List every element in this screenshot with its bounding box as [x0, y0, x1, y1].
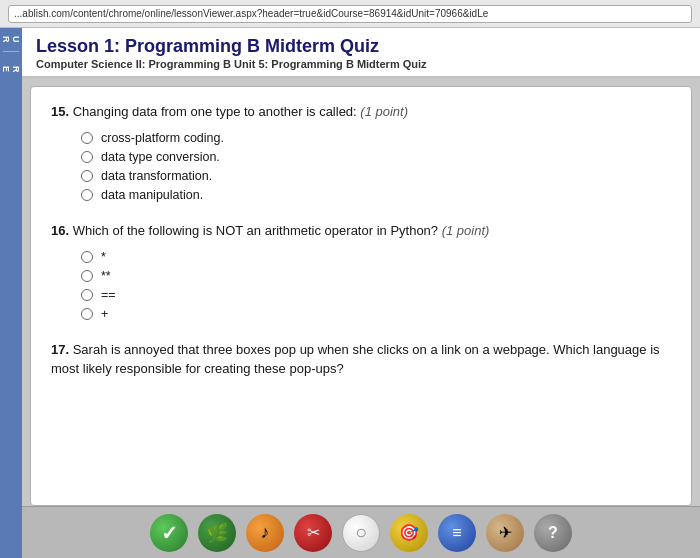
q15-option-4-label: data manipulation.: [101, 188, 203, 202]
bottom-toolbar: ✓ 🌿 ♪ ✂ ○ 🎯 ≡ ✈ ?: [22, 506, 700, 558]
q15-option-2[interactable]: data type conversion.: [81, 150, 671, 164]
q15-radio-2[interactable]: [81, 151, 93, 163]
q16-option-3-label: ==: [101, 288, 116, 302]
q17-number: 17.: [51, 342, 69, 357]
question-16: 16. Which of the following is NOT an ari…: [51, 222, 671, 321]
q15-option-1[interactable]: cross-platform coding.: [81, 131, 671, 145]
main-area: Lesson 1: Programming B Midterm Quiz Com…: [22, 28, 700, 558]
q15-option-3[interactable]: data transformation.: [81, 169, 671, 183]
circle-button[interactable]: ○: [342, 514, 380, 552]
q16-radio-3[interactable]: [81, 289, 93, 301]
q15-points: (1 point): [360, 104, 408, 119]
page-subtitle: Computer Science II: Programming B Unit …: [36, 58, 686, 70]
question-15: 15. Changing data from one type to anoth…: [51, 103, 671, 202]
q17-body: Sarah is annoyed that three boxes pop up…: [51, 342, 660, 375]
page-title: Lesson 1: Programming B Midterm Quiz: [36, 36, 686, 57]
browser-bar: ...ablish.com/content/chrome/online/less…: [0, 0, 700, 28]
q16-option-2[interactable]: **: [81, 269, 671, 283]
header: Lesson 1: Programming B Midterm Quiz Com…: [22, 28, 700, 78]
check-button[interactable]: ✓: [150, 514, 188, 552]
help-button[interactable]: ?: [534, 514, 572, 552]
q16-option-4[interactable]: +: [81, 307, 671, 321]
question-17-text: 17. Sarah is annoyed that three boxes po…: [51, 341, 671, 377]
content-panel: 15. Changing data from one type to anoth…: [30, 86, 692, 506]
music-button[interactable]: ♪: [246, 514, 284, 552]
q15-body: Changing data from one type to another i…: [73, 104, 361, 119]
q15-number: 15.: [51, 104, 69, 119]
q16-options: * ** == +: [81, 250, 671, 321]
q16-option-4-label: +: [101, 307, 108, 321]
leaf-button[interactable]: 🌿: [198, 514, 236, 552]
q16-radio-2[interactable]: [81, 270, 93, 282]
q16-points: (1 point): [442, 223, 490, 238]
sidebar-divider: [3, 51, 19, 52]
q15-option-4[interactable]: data manipulation.: [81, 188, 671, 202]
menu-button[interactable]: ≡: [438, 514, 476, 552]
q16-body: Which of the following is NOT an arithme…: [73, 223, 442, 238]
question-17: 17. Sarah is annoyed that three boxes po…: [51, 341, 671, 377]
q16-option-2-label: **: [101, 269, 111, 283]
q15-option-3-label: data transformation.: [101, 169, 212, 183]
q16-option-1[interactable]: *: [81, 250, 671, 264]
q15-options: cross-platform coding. data type convers…: [81, 131, 671, 202]
question-15-text: 15. Changing data from one type to anoth…: [51, 103, 671, 121]
q15-radio-3[interactable]: [81, 170, 93, 182]
q16-option-3[interactable]: ==: [81, 288, 671, 302]
q15-option-2-label: data type conversion.: [101, 150, 220, 164]
q16-number: 16.: [51, 223, 69, 238]
q16-option-1-label: *: [101, 250, 106, 264]
left-sidebar: COURSE TREE: [0, 28, 22, 558]
q15-radio-1[interactable]: [81, 132, 93, 144]
url-text: ...ablish.com/content/chrome/online/less…: [14, 8, 488, 19]
q16-radio-4[interactable]: [81, 308, 93, 320]
url-bar[interactable]: ...ablish.com/content/chrome/online/less…: [8, 5, 692, 23]
scissors-button[interactable]: ✂: [294, 514, 332, 552]
plane-button[interactable]: ✈: [486, 514, 524, 552]
target-button[interactable]: 🎯: [390, 514, 428, 552]
q15-option-1-label: cross-platform coding.: [101, 131, 224, 145]
content-panel-inner: 15. Changing data from one type to anoth…: [51, 103, 671, 489]
question-16-text: 16. Which of the following is NOT an ari…: [51, 222, 671, 240]
q15-radio-4[interactable]: [81, 189, 93, 201]
q16-radio-1[interactable]: [81, 251, 93, 263]
